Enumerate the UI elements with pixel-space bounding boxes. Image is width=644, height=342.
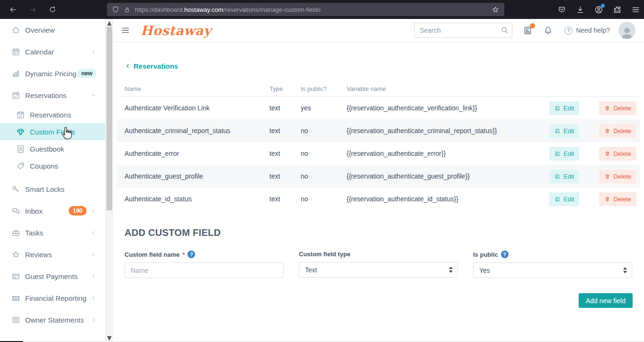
is-public-select[interactable]: Yes xyxy=(473,262,632,278)
sidebar-item-label: Owner Statements xyxy=(25,316,84,324)
custom-field-type-select[interactable]: Text xyxy=(299,262,458,278)
bookmark-star-icon[interactable] xyxy=(492,6,500,14)
sidebar-scrollbar[interactable]: ▲ ▼ xyxy=(105,19,113,342)
delete-button[interactable]: Delete xyxy=(599,170,636,183)
is-public-label: Is public ? xyxy=(473,251,632,258)
required-asterisk: * xyxy=(182,251,185,258)
url-text: https://dashboard.hostaway.com/reservati… xyxy=(135,6,488,13)
sidebar-item-calendar[interactable]: Calendar xyxy=(0,41,105,63)
sidebar-item-reviews[interactable]: Reviews xyxy=(0,243,105,265)
is-public-help-icon[interactable]: ? xyxy=(501,251,509,258)
edit-button[interactable]: Edit xyxy=(549,192,579,206)
notifications-bell-icon[interactable] xyxy=(543,26,553,36)
column-header-type: Type xyxy=(269,85,301,92)
edit-pencil-icon xyxy=(555,105,561,111)
gem-icon xyxy=(16,127,25,136)
chevron-left-icon xyxy=(90,317,97,323)
cell-variable-name: {{reservation_authenticate_error}} xyxy=(347,150,549,157)
edit-button[interactable]: Edit xyxy=(549,170,579,183)
sidebar-item-tasks[interactable]: Tasks xyxy=(0,222,105,243)
whats-new-notification-dot xyxy=(530,23,535,28)
browser-forward-button[interactable] xyxy=(26,3,40,16)
table-row: Authenticate_guest_profile text no {{res… xyxy=(117,165,640,188)
table-row: Authenticate_criminal_report_status text… xyxy=(117,119,640,142)
need-help-link[interactable]: ?Need help? xyxy=(564,27,610,35)
sidebar-item-label: Dynamic Pricing xyxy=(25,70,76,78)
pocket-icon[interactable] xyxy=(557,5,566,14)
sidebar-item-coupons[interactable]: Coupons xyxy=(0,157,105,174)
select-spinner-icon xyxy=(449,267,453,273)
table-header-row: Name Type Is public? Variable name xyxy=(117,81,640,97)
app-header: Hostaway ?Need help? xyxy=(113,19,644,42)
delete-button[interactable]: Delete xyxy=(599,147,636,161)
scrollbar-thumb[interactable] xyxy=(107,27,112,210)
browser-back-button[interactable] xyxy=(6,3,20,16)
breadcrumb-back-reservations[interactable]: Reservations xyxy=(125,62,178,70)
sidebar-item-dynamic-pricing[interactable]: Dynamic Pricingnew xyxy=(0,63,105,84)
delete-button[interactable]: Delete xyxy=(599,124,636,138)
sidebar-item-label: Guest Payments xyxy=(25,272,78,280)
breadcrumb-chevron-left-icon xyxy=(125,63,131,69)
browser-refresh-button[interactable] xyxy=(45,3,60,16)
sidebar-item-label: Reviews xyxy=(25,251,52,259)
edit-button[interactable]: Edit xyxy=(549,101,579,115)
table-row: Authenticate_error text no {{reservation… xyxy=(117,142,640,165)
sidebar-item-financial-reporting[interactable]: Financial Reporting xyxy=(0,287,105,309)
edit-pencil-icon xyxy=(555,196,561,202)
add-new-field-button[interactable]: Add new field xyxy=(579,293,633,308)
tracking-shield-icon[interactable] xyxy=(112,6,119,13)
help-question-icon: ? xyxy=(564,27,572,35)
sidebar-item-guest-payments[interactable]: Guest Payments xyxy=(0,265,105,287)
calcheck-icon xyxy=(16,110,25,119)
name-help-icon[interactable]: ? xyxy=(188,251,195,258)
hostaway-logo[interactable]: Hostaway xyxy=(141,23,211,38)
cell-is-public: no xyxy=(301,195,347,203)
calcheck-icon xyxy=(11,91,20,100)
extensions-puzzle-icon[interactable] xyxy=(613,5,622,14)
sidebar-item-overview[interactable]: Overview xyxy=(0,19,105,41)
cell-name: Authenticate_guest_profile xyxy=(125,172,269,180)
sidebar-item-reservations[interactable]: Reservations xyxy=(0,106,105,123)
sidebar-item-label: Custom Fields xyxy=(30,128,75,136)
scrollbar-down-arrow[interactable]: ▼ xyxy=(106,334,113,342)
edit-pencil-icon xyxy=(555,173,561,180)
scrollbar-up-arrow[interactable]: ▲ xyxy=(106,19,113,27)
lock-icon[interactable] xyxy=(124,6,131,13)
delete-button[interactable]: Delete xyxy=(599,192,636,206)
sidebar-item-reservations[interactable]: Reservations xyxy=(0,84,105,106)
cell-type: text xyxy=(269,195,301,203)
delete-button[interactable]: Delete xyxy=(599,101,636,115)
cell-variable-name: {{reservation_authenticate_id_status}} xyxy=(347,195,549,203)
cell-variable-name: {{reservation_authenticate_guest_profile… xyxy=(347,172,549,180)
chevron-left-icon xyxy=(90,230,97,236)
browser-account-icon[interactable] xyxy=(594,5,603,14)
user-avatar[interactable] xyxy=(618,22,635,39)
whats-new-icon[interactable] xyxy=(523,26,533,36)
address-bar[interactable]: https://dashboard.hostaway.com/reservati… xyxy=(107,3,504,16)
custom-field-name-input[interactable] xyxy=(125,262,284,278)
sidebar-item-owner-statements[interactable]: Owner Statements xyxy=(0,309,105,331)
trash-icon xyxy=(604,105,610,111)
new-badge: new xyxy=(77,69,97,78)
downloads-icon[interactable] xyxy=(576,5,585,14)
chevron-left-icon xyxy=(90,273,97,279)
search-icon[interactable] xyxy=(501,26,509,34)
browser-menu-icon[interactable] xyxy=(631,5,640,14)
calendar-icon xyxy=(11,47,20,56)
trash-icon xyxy=(604,128,610,134)
edit-button[interactable]: Edit xyxy=(549,147,579,161)
sidebar-toggle-menu-icon[interactable] xyxy=(121,26,130,35)
sidebar-item-custom-fields[interactable]: Custom Fields xyxy=(0,123,105,140)
money-icon xyxy=(11,294,20,303)
chevron-down-icon xyxy=(90,92,97,99)
edit-pencil-icon xyxy=(555,151,561,157)
chevron-left-icon xyxy=(90,208,97,214)
search-input[interactable] xyxy=(414,23,512,38)
sidebar-item-smart-locks[interactable]: Smart Locks xyxy=(0,178,105,200)
sidebar-item-inbox[interactable]: Inbox190 xyxy=(0,200,105,222)
sidebar-item-guestbook[interactable]: Guestbook xyxy=(0,140,105,157)
edit-button[interactable]: Edit xyxy=(549,124,579,138)
cell-type: text xyxy=(269,150,301,157)
trash-icon xyxy=(604,173,610,180)
chevron-left-icon xyxy=(90,252,97,258)
